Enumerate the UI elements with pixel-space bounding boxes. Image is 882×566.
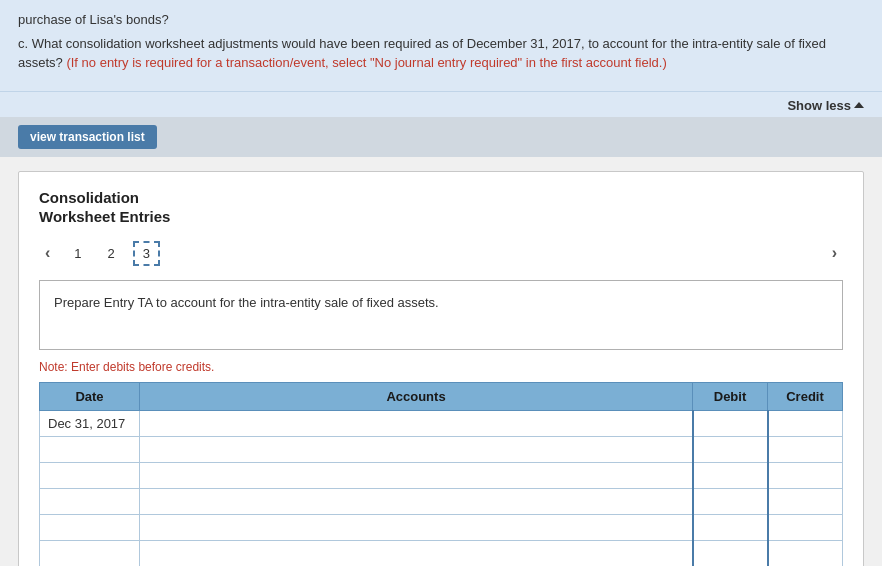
col-header-debit: Debit — [693, 382, 768, 410]
card-title: Consolidation Worksheet Entries — [39, 188, 843, 227]
worksheet-card: Consolidation Worksheet Entries ‹ 1 2 3 … — [18, 171, 864, 567]
table-row — [40, 540, 843, 566]
table-cell-credit[interactable] — [768, 488, 843, 514]
table-cell-date[interactable] — [40, 514, 140, 540]
table-cell-debit[interactable] — [693, 540, 768, 566]
accounts-input[interactable] — [148, 546, 684, 561]
table-cell-date[interactable] — [40, 436, 140, 462]
debit-input[interactable] — [702, 442, 759, 457]
table-row — [40, 514, 843, 540]
accounts-input[interactable] — [148, 468, 684, 483]
accounts-input[interactable] — [148, 416, 684, 431]
table-cell-debit[interactable] — [693, 462, 768, 488]
show-less-row: Show less — [0, 92, 882, 117]
pagination-row: ‹ 1 2 3 › — [39, 241, 843, 266]
credit-input[interactable] — [777, 520, 835, 535]
table-cell-accounts[interactable] — [140, 488, 693, 514]
table-row — [40, 462, 843, 488]
col-header-credit: Credit — [768, 382, 843, 410]
pagination-page-3[interactable]: 3 — [133, 241, 160, 266]
table-cell-accounts[interactable] — [140, 540, 693, 566]
credit-input[interactable] — [777, 546, 835, 561]
table-cell-accounts[interactable] — [140, 462, 693, 488]
card-title-line1: Consolidation — [39, 188, 843, 208]
table-cell-debit[interactable] — [693, 514, 768, 540]
question-line2: c. What consolidation worksheet adjustme… — [18, 34, 864, 73]
journal-table: Date Accounts Debit Credit Dec 31, 2017 — [39, 382, 843, 567]
pagination-page-2[interactable]: 2 — [100, 243, 123, 264]
table-cell-accounts[interactable] — [140, 514, 693, 540]
credit-input[interactable] — [777, 494, 835, 509]
credit-input[interactable] — [777, 468, 835, 483]
debit-input[interactable] — [702, 468, 759, 483]
table-header-row: Date Accounts Debit Credit — [40, 382, 843, 410]
entry-description-text: Prepare Entry TA to account for the intr… — [54, 295, 439, 310]
table-cell-credit[interactable] — [768, 436, 843, 462]
question-line2-red: (If no entry is required for a transacti… — [63, 55, 667, 70]
accounts-input[interactable] — [148, 494, 684, 509]
table-cell-credit[interactable] — [768, 410, 843, 436]
debit-input[interactable] — [702, 416, 759, 431]
pagination-next-button[interactable]: › — [826, 242, 843, 264]
date-input[interactable] — [48, 494, 131, 509]
table-cell-accounts[interactable] — [140, 410, 693, 436]
table-row: Dec 31, 2017 — [40, 410, 843, 436]
table-cell-debit[interactable] — [693, 488, 768, 514]
show-less-button[interactable]: Show less — [787, 98, 864, 113]
table-cell-credit[interactable] — [768, 514, 843, 540]
accounts-input[interactable] — [148, 442, 684, 457]
table-cell-date[interactable] — [40, 488, 140, 514]
note-text: Note: Enter debits before credits. — [39, 360, 843, 374]
table-cell-date[interactable] — [40, 540, 140, 566]
table-cell-date[interactable] — [40, 462, 140, 488]
date-input[interactable] — [48, 520, 131, 535]
debit-input[interactable] — [702, 494, 759, 509]
debit-input[interactable] — [702, 546, 759, 561]
pagination-prev-button[interactable]: ‹ — [39, 242, 56, 264]
table-row — [40, 436, 843, 462]
accounts-input[interactable] — [148, 520, 684, 535]
date-input[interactable] — [48, 442, 131, 457]
entry-description-box: Prepare Entry TA to account for the intr… — [39, 280, 843, 350]
table-cell-debit[interactable] — [693, 410, 768, 436]
show-less-label: Show less — [787, 98, 851, 113]
credit-input[interactable] — [777, 416, 835, 431]
col-header-date: Date — [40, 382, 140, 410]
credit-input[interactable] — [777, 442, 835, 457]
table-cell-date: Dec 31, 2017 — [40, 410, 140, 436]
col-header-accounts: Accounts — [140, 382, 693, 410]
debit-input[interactable] — [702, 520, 759, 535]
pagination-page-1[interactable]: 1 — [66, 243, 89, 264]
main-content: Consolidation Worksheet Entries ‹ 1 2 3 … — [0, 157, 882, 567]
date-input[interactable] — [48, 468, 131, 483]
table-cell-credit[interactable] — [768, 462, 843, 488]
top-info-section: purchase of Lisa's bonds? c. What consol… — [0, 0, 882, 92]
table-cell-credit[interactable] — [768, 540, 843, 566]
table-cell-debit[interactable] — [693, 436, 768, 462]
question-line1: purchase of Lisa's bonds? — [18, 10, 864, 30]
card-title-line2: Worksheet Entries — [39, 207, 843, 227]
table-row — [40, 488, 843, 514]
arrow-up-icon — [854, 102, 864, 108]
toolbar-row: view transaction list — [0, 117, 882, 157]
view-transaction-button[interactable]: view transaction list — [18, 125, 157, 149]
date-input[interactable] — [48, 546, 131, 561]
table-cell-accounts[interactable] — [140, 436, 693, 462]
page-wrapper: purchase of Lisa's bonds? c. What consol… — [0, 0, 882, 566]
